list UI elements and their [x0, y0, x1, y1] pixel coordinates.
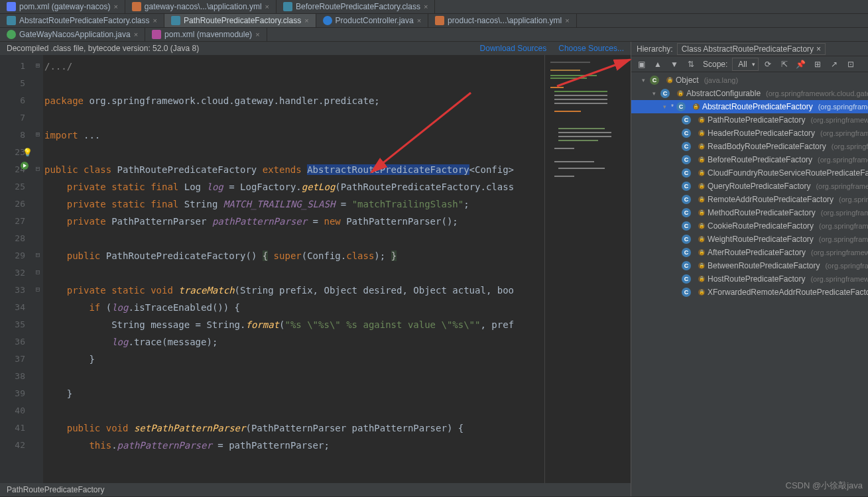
class-label: BeforeRoutePredicateFactory — [708, 155, 812, 164]
hierarchy-item[interactable]: C🔒 AfterRoutePredicateFactory(org.spring… — [631, 246, 868, 259]
close-tab-icon[interactable]: × — [134, 30, 138, 38]
hierarchy-item[interactable]: ▾*C🔒 AbstractRoutePredicateFactory(org.s… — [631, 100, 868, 113]
editor-tab[interactable]: ProductController.java× — [316, 14, 429, 27]
hierarchy-item[interactable]: C🔒 BetweenRoutePredicateFactory(org.spri… — [631, 259, 868, 272]
class-label: QueryRoutePredicateFactory — [708, 182, 810, 191]
package-note: (org.springfr — [839, 195, 868, 203]
hierarchy-item[interactable]: C🔒 RemoteAddrRoutePredicateFactory(org.s… — [631, 193, 868, 206]
tab-label: PathRoutePredicateFactory.class — [184, 16, 301, 25]
file-icon — [283, 2, 292, 11]
lock-icon: 🔒 — [698, 117, 705, 123]
editor-tab[interactable]: pom.xml (mavenmodule)× — [145, 28, 267, 41]
expand-arrow-icon[interactable]: ▾ — [660, 103, 668, 110]
class-label: XForwardedRemoteAddrRoutePredicateFactor… — [708, 288, 868, 297]
fold-column[interactable]: ⊞ ⊞ 💡 ⊟ ⊟ ⊟ ⊟ — [34, 55, 43, 483]
hierarchy-item[interactable]: C🔒 BeforeRoutePredicateFactory(org.sprin… — [631, 153, 868, 166]
pin-icon[interactable]: 📌 — [794, 58, 808, 71]
tab-label: gateway-nacos\...\application.yml — [145, 2, 262, 11]
class-icon: C — [682, 248, 691, 257]
editor-tab[interactable]: PathRoutePredicateFactory.class× — [164, 14, 316, 27]
autoscroll-icon[interactable]: ⇱ — [777, 58, 792, 71]
file-icon — [7, 30, 16, 39]
expand-icon[interactable]: ⊞ — [810, 58, 825, 71]
choose-sources-link[interactable]: Choose Sources... — [558, 44, 624, 53]
export-icon[interactable]: ↗ — [827, 58, 841, 71]
supertypes-icon[interactable]: ▲ — [651, 58, 665, 71]
hierarchy-item[interactable]: ▾C🔒 Object(java.lang) — [631, 74, 868, 87]
editor-tab[interactable]: GateWayNacosApplication.java× — [0, 28, 145, 41]
file-icon — [132, 2, 141, 11]
lock-icon: 🔒 — [666, 77, 673, 83]
hierarchy-tree[interactable]: ▾C🔒 Object(java.lang)▾C🔒 AbstractConfigu… — [631, 72, 868, 496]
hierarchy-header: Hierarchy: Class AbstractRoutePredicateF… — [631, 42, 868, 56]
class-icon: C — [682, 235, 691, 244]
class-label: HostRoutePredicateFactory — [708, 274, 805, 284]
package-note: (org.springframewo — [816, 182, 868, 190]
file-icon — [323, 16, 332, 25]
editor-tab[interactable]: BeforeRoutePredicateFactory.class× — [277, 0, 435, 13]
scope-selector[interactable]: All — [732, 58, 758, 71]
download-sources-link[interactable]: Download Sources — [480, 44, 547, 53]
tab-label: AbstractRoutePredicateFactory.class — [19, 16, 150, 25]
lock-icon: 🔒 — [693, 103, 700, 110]
lock-icon: 🔒 — [698, 209, 705, 216]
package-note: (org.springframe — [821, 209, 868, 217]
subtypes-icon[interactable]: ▼ — [667, 58, 682, 71]
class-icon: C — [682, 155, 691, 164]
expand-arrow-icon[interactable]: ▾ — [650, 90, 658, 97]
hierarchy-item[interactable]: C🔒 MethodRoutePredicateFactory(org.sprin… — [631, 206, 868, 219]
line-gutter: 1567823242526272829323334353637383940414… — [0, 55, 34, 483]
class-label: BetweenRoutePredicateFactory — [708, 261, 820, 270]
close-tab-icon[interactable]: × — [304, 17, 308, 25]
close-tab-icon[interactable]: × — [113, 3, 117, 11]
hierarchy-item[interactable]: C🔒 HostRoutePredicateFactory(org.springf… — [631, 272, 868, 286]
lock-icon: 🔒 — [698, 183, 705, 190]
decompile-info-bar: Decompiled .class file, bytecode version… — [0, 42, 631, 55]
hierarchy-item[interactable]: ▾C🔒 AbstractConfigurable(org.springframe… — [631, 87, 868, 100]
tab-label: BeforeRoutePredicateFactory.class — [296, 2, 420, 11]
close-panel-icon[interactable]: ⊡ — [843, 58, 858, 71]
refresh-icon[interactable]: ⟳ — [761, 58, 775, 71]
code-content[interactable]: /.../ package org.springframework.cloud.… — [43, 55, 544, 483]
hierarchy-item[interactable]: C🔒 CookieRoutePredicateFactory(org.sprin… — [631, 219, 868, 233]
lock-icon: 🔒 — [698, 170, 705, 176]
hierarchy-item[interactable]: C🔒 HeaderRoutePredicateFactory(org.sprin… — [631, 127, 868, 140]
hierarchy-item[interactable]: C🔒 ReadBodyRoutePredicateFactory(org.spr… — [631, 140, 868, 153]
editor-tab[interactable]: AbstractRoutePredicateFactory.class× — [0, 14, 164, 27]
tab-label: pom.xml (mavenmodule) — [164, 30, 252, 39]
class-label: Object — [676, 76, 699, 85]
editor-tab[interactable]: product-nacos\...\application.yml× — [428, 14, 577, 27]
close-icon[interactable]: × — [816, 44, 821, 54]
minimap[interactable] — [544, 55, 631, 483]
close-tab-icon[interactable]: × — [255, 30, 259, 38]
hierarchy-title-label: Hierarchy: — [637, 44, 673, 54]
breadcrumb-item[interactable]: PathRoutePredicateFactory — [7, 485, 104, 494]
editor-tab[interactable]: gateway-nacos\...\application.yml× — [125, 0, 277, 13]
sort-icon[interactable]: ⇅ — [684, 58, 698, 71]
package-note: (org.springframework.cloud.gate — [766, 89, 868, 97]
close-tab-icon[interactable]: × — [565, 17, 569, 25]
class-icon: C — [676, 102, 686, 111]
breadcrumb-bar[interactable]: PathRoutePredicateFactory — [0, 483, 631, 496]
editor-tab[interactable]: pom.xml (gateway-nacos)× — [0, 0, 125, 13]
file-icon — [152, 30, 161, 39]
close-tab-icon[interactable]: × — [424, 3, 428, 11]
hierarchy-item[interactable]: C🔒 XForwardedRemoteAddrRoutePredicateFac… — [631, 286, 868, 299]
hierarchy-item[interactable]: C🔒 QueryRoutePredicateFactory(org.spring… — [631, 180, 868, 193]
close-tab-icon[interactable]: × — [417, 17, 421, 25]
lock-icon: 🔒 — [698, 223, 705, 229]
hierarchy-item[interactable]: C🔒 CloudFoundryRouteServiceRoutePredicat… — [631, 166, 868, 180]
file-icon — [171, 16, 180, 25]
hierarchy-class-tab[interactable]: Class AbstractRoutePredicateFactory × — [677, 43, 826, 55]
class-hierarchy-icon[interactable]: ▣ — [634, 58, 649, 71]
close-tab-icon[interactable]: × — [265, 3, 269, 11]
hierarchy-item[interactable]: C🔒 WeightRoutePredicateFactory(org.sprin… — [631, 233, 868, 246]
package-note: (org.springframew — [819, 222, 868, 230]
expand-arrow-icon[interactable]: ▾ — [639, 77, 647, 83]
hierarchy-item[interactable]: C🔒 PathRoutePredicateFactory(org.springf… — [631, 113, 868, 127]
class-icon: C — [682, 261, 691, 270]
class-icon: C — [682, 115, 691, 125]
close-tab-icon[interactable]: × — [153, 17, 157, 25]
tab-label: GateWayNacosApplication.java — [19, 30, 131, 39]
editor[interactable]: 1567823242526272829323334353637383940414… — [0, 55, 631, 483]
